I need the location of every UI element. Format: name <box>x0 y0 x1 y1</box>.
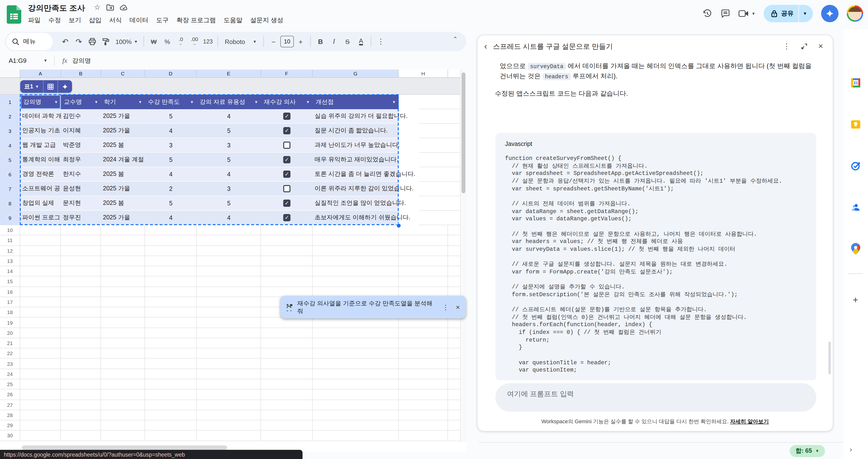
column-header-B[interactable]: B <box>61 70 101 78</box>
cell-retake[interactable]: ✓ <box>261 109 313 124</box>
maps-icon[interactable] <box>850 243 861 254</box>
menu-도움말[interactable]: 도움말 <box>220 15 246 26</box>
checkbox-checked[interactable]: ✓ <box>283 214 290 221</box>
table-header-강의 자료 유용성[interactable]: 강의 자료 유용성▼ <box>197 95 261 109</box>
table-header-개선점[interactable]: 개선점▼ <box>313 95 399 109</box>
suggestion-menu-icon[interactable]: ⋮ <box>438 303 453 311</box>
tasks-icon[interactable] <box>850 160 861 171</box>
decrease-decimal-button[interactable]: .0← <box>174 35 188 48</box>
cell-semester[interactable]: 2025 봄 <box>101 138 145 153</box>
column-header-C[interactable]: C <box>101 70 145 78</box>
cell-satisfaction[interactable]: 5 <box>145 153 197 167</box>
checkbox-checked[interactable]: ✓ <box>283 112 290 120</box>
table-row-7[interactable]: 소프트웨어 공윤성현2025 가을23이론 위주라 지루한 감이 있었습니다. <box>20 182 399 196</box>
cell-material-usefulness[interactable]: 4 <box>197 167 261 182</box>
checkbox-checked[interactable]: ✓ <box>283 127 290 134</box>
strikethrough-button[interactable]: S <box>341 35 354 48</box>
row-number-18[interactable]: 18 <box>0 307 20 318</box>
cell-improvement[interactable]: 실질적인 조언을 많이 얻었습니다. <box>313 196 399 211</box>
cell-satisfaction[interactable]: 5 <box>145 109 197 124</box>
vertical-scrollbar[interactable] <box>460 70 466 442</box>
row-number-10[interactable]: 10 <box>0 225 20 235</box>
cell-satisfaction[interactable]: 4 <box>145 124 197 138</box>
cell-professor[interactable]: 윤성현 <box>61 182 101 196</box>
move-folder-icon[interactable] <box>106 3 114 11</box>
cell-professor[interactable]: 정우진 <box>61 211 101 225</box>
text-color-button[interactable]: A <box>354 35 368 48</box>
table-grid-icon[interactable] <box>43 80 57 93</box>
row-number-9[interactable]: 9 <box>0 211 20 225</box>
expand-panel-chevron-icon[interactable]: › <box>849 445 852 453</box>
cell-material-usefulness[interactable]: 3 <box>197 138 261 153</box>
account-avatar[interactable] <box>847 5 863 22</box>
table-header-강의명[interactable]: 강의명▼ <box>20 95 61 109</box>
cell-improvement[interactable]: 이론 위주라 지루한 감이 있었습니다. <box>313 182 399 196</box>
currency-format-button[interactable]: ₩ <box>147 35 160 48</box>
cell-retake[interactable]: ✓ <box>261 153 313 167</box>
meet-video-icon[interactable]: ▼ <box>739 10 755 18</box>
cell-improvement[interactable]: 토론 시간을 좀 더 늘리면 좋겠습니다. <box>313 167 399 182</box>
panel-popout-icon[interactable] <box>801 43 808 50</box>
row-number-8[interactable]: 8 <box>0 196 20 211</box>
row-number-28[interactable]: 28 <box>0 410 20 421</box>
toolbar-search[interactable]: 메뉴 <box>6 33 53 50</box>
cell-course[interactable]: 경영 전략론 <box>20 167 61 182</box>
checkbox-checked[interactable]: ✓ <box>283 170 290 178</box>
more-toolbar-button[interactable]: ⋮ <box>374 35 388 48</box>
cell-material-usefulness[interactable]: 5 <box>197 124 261 138</box>
more-formats-button[interactable]: 123 <box>201 35 215 48</box>
row-number-21[interactable]: 21 <box>0 338 20 349</box>
contacts-icon[interactable] <box>850 202 861 212</box>
code-card[interactable]: Javascript function createSurveyFromShee… <box>495 133 816 380</box>
cell-professor[interactable]: 이지혜 <box>61 124 101 138</box>
row-number-25[interactable]: 25 <box>0 379 20 390</box>
share-caret-icon[interactable]: ▼ <box>798 5 813 22</box>
row-number-5[interactable]: 5 <box>0 153 20 167</box>
panel-scrollbar-handle[interactable] <box>828 341 831 374</box>
row-number-4[interactable]: 4 <box>0 138 20 153</box>
cell-semester[interactable]: 2025 봄 <box>101 167 145 182</box>
table-header-수강 만족도[interactable]: 수강 만족도▼ <box>145 95 197 109</box>
italic-button[interactable]: I <box>327 35 341 48</box>
print-button[interactable] <box>86 35 99 48</box>
keep-icon[interactable] <box>850 119 861 130</box>
fill-handle[interactable] <box>396 223 401 228</box>
checkbox-checked[interactable]: ✓ <box>283 200 290 207</box>
cell-improvement[interactable]: 초보자에게도 이해하기 쉬웠습니다. <box>313 211 399 225</box>
row-number-29[interactable]: 29 <box>0 420 20 431</box>
calendar-icon[interactable]: 31 <box>850 77 861 88</box>
name-box[interactable]: A1:G9▼ <box>0 57 51 64</box>
share-button[interactable]: 공유 ▼ <box>764 5 813 22</box>
row-number-6[interactable]: 6 <box>0 167 20 182</box>
menu-삽입[interactable]: 삽입 <box>86 15 105 26</box>
cell-improvement[interactable]: 실습 위주의 강의가 더 필요합니다. <box>313 109 399 124</box>
cell-improvement[interactable]: 질문 시간이 좀 짧았습니다. <box>313 124 399 138</box>
row-number-23[interactable]: 23 <box>0 359 20 369</box>
column-filter-icon[interactable]: ▼ <box>94 100 98 104</box>
column-filter-icon[interactable]: ▼ <box>54 100 58 104</box>
cell-material-usefulness[interactable]: 4 <box>197 211 261 225</box>
table-row-6[interactable]: 경영 전략론한지수2025 봄44✓토론 시간을 좀 더 늘리면 좋겠습니다. <box>20 167 399 182</box>
cell-material-usefulness[interactable]: 3 <box>197 182 261 196</box>
menu-데이터[interactable]: 데이터 <box>126 15 152 26</box>
panel-menu-icon[interactable]: ⋮ <box>783 42 790 51</box>
comments-icon[interactable] <box>721 9 730 19</box>
paint-format-button[interactable] <box>99 35 113 48</box>
cell-satisfaction[interactable]: 4 <box>145 211 197 225</box>
cell-semester[interactable]: 2025 가을 <box>101 124 145 138</box>
column-header-G[interactable]: G <box>313 70 399 78</box>
cell-satisfaction[interactable]: 5 <box>145 196 197 211</box>
cell-semester[interactable]: 2025 가을 <box>101 182 145 196</box>
cell-retake[interactable] <box>261 138 313 153</box>
gemini-suggestion-chip[interactable]: 재수강 의사열을 기준으로 수강 만족도열을 분석해 줘 ⋮ × <box>280 296 466 318</box>
percent-format-button[interactable]: % <box>160 35 174 48</box>
cell-material-usefulness[interactable]: 5 <box>197 153 261 167</box>
zoom-select[interactable]: 100%▼ <box>113 38 141 45</box>
row-number-1[interactable]: 1 <box>0 95 20 109</box>
row-number-3[interactable]: 3 <box>0 124 20 138</box>
menu-확장 프로그램[interactable]: 확장 프로그램 <box>173 15 219 26</box>
panel-body[interactable]: 었으므로 surveyData 에서 데이터를 가져올 때는 헤더의 인덱스를 … <box>477 58 833 380</box>
row-number-19[interactable]: 19 <box>0 318 20 328</box>
table-sparkle-icon[interactable] <box>58 80 72 93</box>
column-header-F[interactable]: F <box>261 70 313 78</box>
